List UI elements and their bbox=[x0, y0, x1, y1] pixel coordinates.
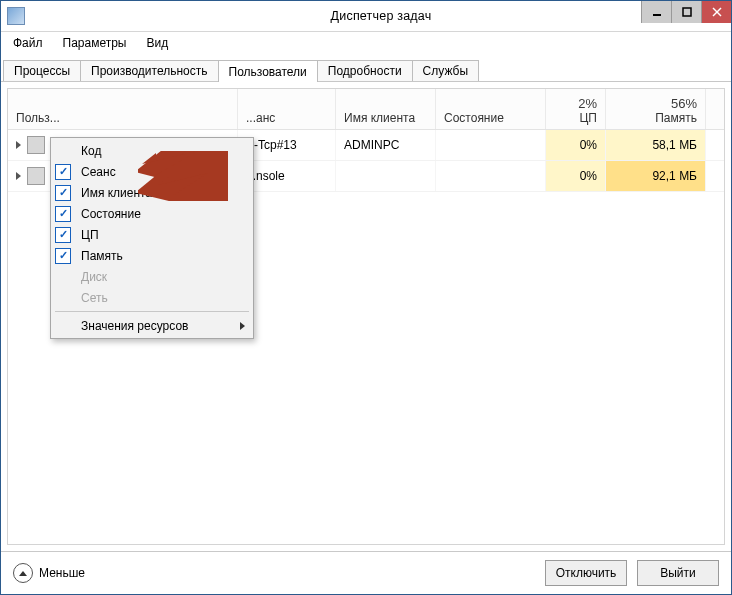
menu-item-label: Имя клиента bbox=[81, 186, 152, 200]
title-bar: Диспетчер задач bbox=[1, 1, 731, 32]
col-client[interactable]: Имя клиента bbox=[336, 89, 436, 129]
col-mem-label: Память bbox=[655, 111, 697, 125]
maximize-icon bbox=[682, 7, 692, 17]
checkbox-icon: ✓ bbox=[55, 185, 71, 201]
tab-processes[interactable]: Процессы bbox=[3, 60, 81, 81]
menu-item-client[interactable]: ✓ Имя клиента bbox=[53, 182, 251, 203]
maximize-button[interactable] bbox=[671, 1, 701, 23]
checkbox-icon: ✓ bbox=[55, 227, 71, 243]
col-memory[interactable]: 56% Память bbox=[606, 89, 706, 129]
tab-performance[interactable]: Производительность bbox=[80, 60, 218, 81]
menu-item-state[interactable]: ✓ Состояние bbox=[53, 203, 251, 224]
menu-item-label: Сеанс bbox=[81, 165, 116, 179]
menu-item-label: Значения ресурсов bbox=[81, 319, 188, 333]
menu-item-memory[interactable]: ✓ Память bbox=[53, 245, 251, 266]
users-panel: Польз... ...анс Имя клиента Состояние 2%… bbox=[7, 88, 725, 545]
tab-users[interactable]: Пользователи bbox=[218, 60, 318, 82]
col-cpu-label: ЦП bbox=[579, 111, 597, 125]
window-controls bbox=[641, 1, 731, 23]
tab-services[interactable]: Службы bbox=[412, 60, 479, 81]
col-state[interactable]: Состояние bbox=[436, 89, 546, 129]
fewer-details-label: Меньше bbox=[39, 566, 85, 580]
minimize-button[interactable] bbox=[641, 1, 671, 23]
menu-item-label: Сеть bbox=[81, 291, 108, 305]
cell-memory: 92,1 МБ bbox=[606, 161, 706, 191]
close-button[interactable] bbox=[701, 1, 731, 23]
expand-icon[interactable] bbox=[16, 141, 21, 149]
menu-view[interactable]: Вид bbox=[142, 34, 172, 52]
tabs: Процессы Производительность Пользователи… bbox=[1, 57, 731, 82]
menu-item-label: Состояние bbox=[81, 207, 141, 221]
cell-state bbox=[436, 130, 546, 160]
menu-item-disk: Диск bbox=[53, 266, 251, 287]
user-icon bbox=[27, 167, 45, 185]
menu-item-label: Память bbox=[81, 249, 123, 263]
menu-item-label: ЦП bbox=[81, 228, 99, 242]
cell-cpu: 0% bbox=[546, 161, 606, 191]
minimize-icon bbox=[652, 7, 662, 17]
fewer-details-button[interactable]: Меньше bbox=[13, 563, 85, 583]
col-user-label: Польз... bbox=[16, 111, 229, 125]
checkbox-icon: ✓ bbox=[55, 164, 71, 180]
disconnect-button[interactable]: Отключить bbox=[545, 560, 627, 586]
cell-cpu: 0% bbox=[546, 130, 606, 160]
col-cpu[interactable]: 2% ЦП bbox=[546, 89, 606, 129]
col-cpu-pct: 2% bbox=[578, 96, 597, 111]
col-user[interactable]: Польз... bbox=[8, 89, 238, 129]
logout-button[interactable]: Выйти bbox=[637, 560, 719, 586]
chevron-up-icon bbox=[13, 563, 33, 583]
col-client-label: Имя клиента bbox=[344, 111, 427, 125]
col-session[interactable]: ...анс bbox=[238, 89, 336, 129]
user-icon bbox=[27, 136, 45, 154]
submenu-arrow-icon bbox=[240, 322, 245, 330]
cell-client: ADMINPC bbox=[336, 130, 436, 160]
app-icon bbox=[7, 7, 25, 25]
footer: Меньше Отключить Выйти bbox=[1, 551, 731, 594]
menu-item-cpu[interactable]: ✓ ЦП bbox=[53, 224, 251, 245]
tab-details[interactable]: Подробности bbox=[317, 60, 413, 81]
col-state-label: Состояние bbox=[444, 111, 537, 125]
task-manager-window: Диспетчер задач Файл Параметры Вид Проце… bbox=[0, 0, 732, 595]
col-mem-pct: 56% bbox=[671, 96, 697, 111]
menu-item-network: Сеть bbox=[53, 287, 251, 308]
menu-options[interactable]: Параметры bbox=[59, 34, 131, 52]
menu-item-label: Код bbox=[81, 144, 101, 158]
menu-item-session[interactable]: ✓ Сеанс bbox=[53, 161, 251, 182]
col-session-label: ...анс bbox=[246, 111, 327, 125]
menu-bar: Файл Параметры Вид bbox=[1, 32, 731, 54]
body: Польз... ...анс Имя клиента Состояние 2%… bbox=[1, 82, 731, 551]
menu-item-resource-values[interactable]: Значения ресурсов bbox=[53, 315, 251, 336]
close-icon bbox=[712, 7, 722, 17]
cell-client bbox=[336, 161, 436, 191]
menu-item-label: Диск bbox=[81, 270, 107, 284]
menu-item-code[interactable]: Код bbox=[53, 140, 251, 161]
menu-file[interactable]: Файл bbox=[9, 34, 47, 52]
checkbox-icon: ✓ bbox=[55, 206, 71, 222]
svg-rect-1 bbox=[683, 8, 691, 16]
cell-memory: 58,1 МБ bbox=[606, 130, 706, 160]
cell-state bbox=[436, 161, 546, 191]
column-headers: Польз... ...анс Имя клиента Состояние 2%… bbox=[8, 89, 724, 130]
checkbox-icon: ✓ bbox=[55, 248, 71, 264]
window-title: Диспетчер задач bbox=[31, 9, 731, 23]
column-context-menu: Код ✓ Сеанс ✓ Имя клиента ✓ Состояние ✓ … bbox=[50, 137, 254, 339]
expand-icon[interactable] bbox=[16, 172, 21, 180]
menu-separator bbox=[55, 311, 249, 312]
